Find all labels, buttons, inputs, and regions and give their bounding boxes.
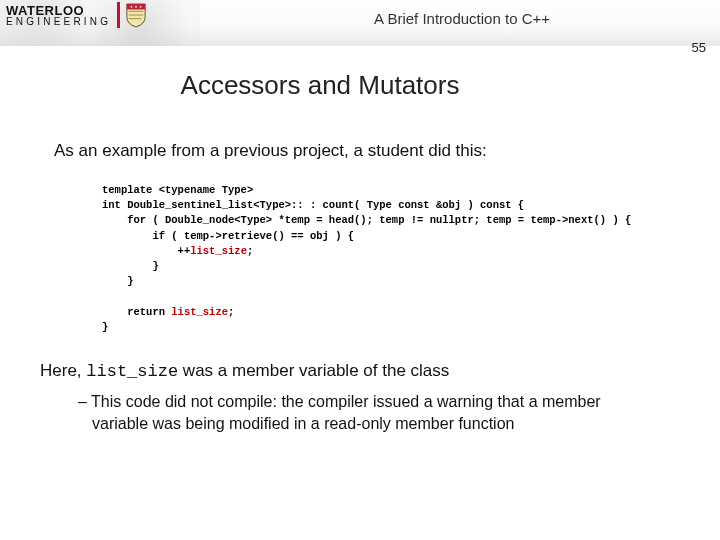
code-line: template <typename Type> bbox=[102, 184, 253, 196]
code-line: } bbox=[102, 321, 108, 333]
logo-wordmark-bottom: ENGINEERING bbox=[6, 17, 111, 27]
code-line: if ( temp->retrieve() == obj ) { bbox=[102, 230, 354, 242]
code-line: ; bbox=[228, 306, 234, 318]
logo-divider-bar bbox=[117, 2, 120, 28]
svg-point-1 bbox=[135, 6, 137, 8]
code-line: } bbox=[102, 275, 134, 287]
slide-title: Accessors and Mutators bbox=[0, 70, 720, 101]
code-line: int Double_sentinel_list<Type>:: : count… bbox=[102, 199, 524, 211]
outro-text: Here, list_size was a member variable of… bbox=[40, 361, 692, 381]
outro-code-token: list_size bbox=[86, 362, 178, 381]
slide-content: As an example from a previous project, a… bbox=[0, 101, 720, 434]
page-number: 55 bbox=[692, 40, 706, 55]
code-line: return bbox=[102, 306, 171, 318]
bullet-item: This code did not compile: the compiler … bbox=[78, 391, 658, 434]
code-line: for ( Double_node<Type> *temp = head(); … bbox=[102, 214, 631, 226]
document-title: A Brief Introduction to C++ bbox=[374, 10, 550, 27]
code-line: ; bbox=[247, 245, 253, 257]
slide-header: WATERLOO ENGINEERING A Brief Introductio… bbox=[0, 0, 720, 46]
intro-text: As an example from a previous project, a… bbox=[54, 141, 692, 161]
outro-part: was a member variable of the class bbox=[178, 361, 449, 380]
svg-point-2 bbox=[140, 6, 142, 8]
code-error-token: list_size bbox=[190, 245, 247, 257]
outro-part: Here, bbox=[40, 361, 86, 380]
logo-wordmark-top: WATERLOO bbox=[6, 4, 111, 17]
logo-text: WATERLOO ENGINEERING bbox=[6, 4, 111, 27]
waterloo-logo: WATERLOO ENGINEERING bbox=[6, 2, 147, 28]
crest-icon bbox=[125, 2, 147, 28]
code-line: } bbox=[102, 260, 159, 272]
code-error-token: list_size bbox=[171, 306, 228, 318]
svg-point-0 bbox=[131, 6, 133, 8]
code-example: template <typename Type> int Double_sent… bbox=[102, 183, 692, 335]
code-line: ++ bbox=[102, 245, 190, 257]
